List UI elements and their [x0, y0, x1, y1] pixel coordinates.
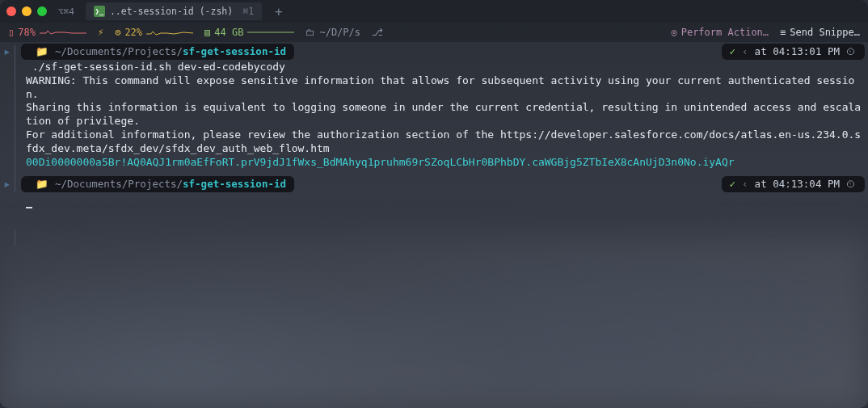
target-icon: ◎ — [671, 27, 676, 38]
traffic-lights — [6, 6, 47, 16]
perform-action-button[interactable]: ◎ Perform Action… — [671, 27, 769, 38]
close-icon[interactable] — [6, 6, 16, 16]
prompt-time: 04:13:04 PM — [773, 178, 840, 190]
battery-sparkline-icon — [40, 28, 86, 36]
git-branch-icon: ⎇ — [372, 27, 383, 38]
minimize-icon[interactable] — [22, 6, 32, 16]
tab-session[interactable]: ❯_ ..et-session-id (-zsh) ⌘1 — [86, 2, 262, 20]
prompt-path-prefix: ~/Documents/Projects/ — [55, 45, 183, 57]
cpu-sparkline-icon — [146, 28, 193, 36]
prompt-row: ▸ 📁 ~/Documents/Projects/sf-get-session-… — [3, 176, 865, 193]
cwd-path: ~/D/P/s — [319, 27, 360, 38]
check-icon: ✓ — [730, 178, 736, 191]
folder-icon: 🗀 — [305, 27, 315, 38]
chevron-right-icon: ▸ — [3, 176, 21, 193]
ram-text: 44 GB — [214, 27, 243, 38]
statusbar: ▯ 78% ⚡ ⚙ 22% ▤ 44 GB 🗀 ~/D/P/s ⎇ ◎ Perf… — [0, 23, 868, 42]
clock-icon: ⏲ — [846, 178, 857, 191]
command-text: ./sf-get-session-id.sh dev-ed-codebycody — [32, 61, 285, 73]
battery-pct: 78% — [18, 27, 36, 38]
prompt-row: ▸ 📁 ~/Documents/Projects/sf-get-session-… — [3, 44, 865, 61]
terminal-body[interactable]: ▸ 📁 ~/Documents/Projects/sf-get-session-… — [0, 42, 868, 408]
cpu-pct: 22% — [124, 27, 142, 38]
caret-left-icon: ‹ — [742, 45, 748, 58]
check-icon: ✓ — [730, 45, 736, 58]
prompt-pill: 📁 ~/Documents/Projects/sf-get-session-id — [21, 44, 294, 60]
bolt-icon: ⚡ — [98, 27, 103, 38]
folder-icon: 📁 — [36, 45, 48, 58]
battery-icon: ▯ — [8, 27, 14, 38]
terminal-line: ./sf-get-session-id.sh dev-ed-codebycody — [3, 61, 865, 74]
session-token: 00Di0000000a5Br!AQ0AQJ1rm0aEfFoRT.prV9jd… — [3, 156, 865, 170]
tab-hint-shortcut: ⌥⌘4 — [53, 6, 79, 17]
zoom-icon[interactable] — [37, 6, 47, 16]
time-prefix: at — [755, 45, 767, 57]
caret-left-icon: ‹ — [742, 178, 748, 191]
folder-icon: 📁 — [36, 178, 48, 191]
terminal-line: Sharing this information is equivalent t… — [3, 101, 865, 128]
prompt-path-prefix: ~/Documents/Projects/ — [55, 178, 183, 190]
send-snippet-button[interactable]: ≡ Send Snippe… — [780, 27, 860, 38]
terminal-window: ⌥⌘4 ❯_ ..et-session-id (-zsh) ⌘1 + ▯ 78%… — [0, 0, 868, 408]
cpu-segment: ⚙ 22% — [115, 27, 193, 38]
perform-action-label: Perform Action… — [681, 27, 769, 38]
cursor-row[interactable] — [3, 195, 865, 208]
time-pill: ✓ ‹ at 04:13:01 PM ⏲ — [722, 44, 865, 60]
ram-icon: ▤ — [204, 27, 210, 38]
terminal-line: For additional information, please revie… — [3, 128, 865, 156]
tab-shortcut: ⌘1 — [242, 6, 254, 17]
prompt-pill: 📁 ~/Documents/Projects/sf-get-session-id — [21, 176, 294, 192]
clock-icon: ⏲ — [846, 45, 857, 58]
terminal-tab-icon: ❯_ — [94, 6, 105, 17]
text-cursor-icon — [26, 207, 32, 208]
ram-segment: ▤ 44 GB — [204, 27, 294, 38]
prompt-path-leaf: sf-get-session-id — [183, 178, 286, 190]
block-indent-bar — [15, 229, 15, 246]
block-indent-bar — [15, 45, 15, 192]
tab-title: ..et-session-id (-zsh) — [110, 6, 233, 17]
cpu-icon: ⚙ — [115, 27, 120, 38]
add-tab-button[interactable]: + — [268, 4, 289, 19]
background-image — [0, 236, 868, 408]
send-snippet-label: Send Snippe… — [790, 27, 860, 38]
prompt-path-leaf: sf-get-session-id — [183, 45, 286, 57]
time-pill: ✓ ‹ at 04:13:04 PM ⏲ — [722, 176, 865, 192]
battery-segment: ▯ 78% — [8, 27, 86, 38]
prompt-time: 04:13:01 PM — [773, 45, 840, 57]
cwd-segment: 🗀 ~/D/P/s — [305, 27, 360, 38]
time-prefix: at — [755, 178, 767, 190]
menu-icon: ≡ — [780, 27, 786, 38]
ram-sparkline-icon — [247, 28, 294, 36]
titlebar: ⌥⌘4 ❯_ ..et-session-id (-zsh) ⌘1 + — [0, 0, 868, 23]
terminal-line: WARNING: This command will expose sensit… — [3, 74, 865, 102]
chevron-right-icon: ▸ — [3, 44, 21, 61]
